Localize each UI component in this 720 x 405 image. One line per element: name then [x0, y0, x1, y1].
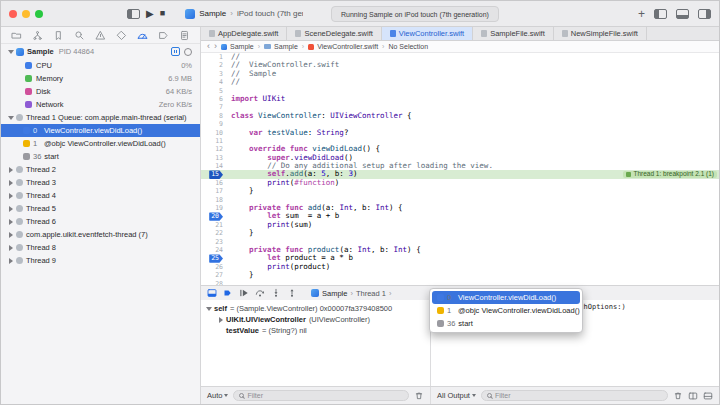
source-editor[interactable]: 1//2// ViewController.swift3// Sample4//…: [201, 53, 719, 285]
thread-icon: [16, 166, 23, 173]
debug-navigator-icon[interactable]: [137, 30, 148, 41]
forward-icon[interactable]: ›: [214, 42, 217, 51]
stack-frame-row[interactable]: 0ViewController.viewDidLoad(): [1, 124, 200, 137]
step-into-icon[interactable]: [271, 288, 281, 298]
toggle-debug-area-icon[interactable]: [676, 9, 689, 19]
breakpoint-hit-annotation[interactable]: Thread 1: breakpoint 2.1 (1): [623, 171, 717, 178]
console-filter-input[interactable]: [495, 392, 662, 399]
console-filter-field[interactable]: [481, 390, 668, 401]
thread-row[interactable]: com.apple.uikit.eventfetch-thread (7): [1, 228, 200, 241]
stack-frame-row[interactable]: 1@objc ViewController.viewDidLoad(): [1, 137, 200, 150]
thread-row[interactable]: Thread 2: [1, 163, 200, 176]
issue-navigator-icon[interactable]: [95, 30, 106, 41]
frame-index: 1: [33, 139, 41, 148]
disclosure-icon[interactable]: [9, 232, 13, 238]
variables-view[interactable]: self= (Sample.ViewController) 0x00007fa3…: [201, 300, 431, 386]
toggle-left-panel-icon[interactable]: [654, 9, 667, 19]
popup-frame-item[interactable]: 1@objc ViewController.viewDidLoad(): [432, 304, 580, 317]
continue-execution-icon[interactable]: [239, 288, 249, 298]
disclosure-icon[interactable]: [8, 116, 14, 120]
disclosure-icon[interactable]: [9, 258, 13, 264]
debug-jump-bar[interactable]: Sample › Thread 1 ›: [311, 289, 391, 298]
variables-scope-menu[interactable]: Auto: [207, 391, 228, 400]
thread-row[interactable]: Thread 3: [1, 176, 200, 189]
hide-debug-area-icon[interactable]: [207, 288, 217, 298]
gauge-row-cpu[interactable]: CPU0%: [1, 59, 200, 72]
run-button[interactable]: ▶: [146, 9, 154, 19]
zoom-window-icon[interactable]: [35, 10, 43, 18]
find-navigator-icon[interactable]: [74, 30, 85, 41]
popup-frame-item[interactable]: 0ViewController.viewDidLoad(): [432, 291, 580, 304]
variable-row[interactable]: self= (Sample.ViewController) 0x00007fa3…: [205, 303, 426, 314]
show-variables-pane-icon[interactable]: [688, 391, 698, 401]
breakpoint-marker[interactable]: 20: [209, 212, 223, 220]
code-line: 26 print(product): [201, 263, 719, 271]
clear-variables-icon[interactable]: [414, 391, 424, 401]
gauge-row-disk[interactable]: Disk64 KB/s: [1, 85, 200, 98]
minimize-window-icon[interactable]: [22, 10, 30, 18]
breakpoints-toggle-icon[interactable]: [223, 288, 233, 298]
source-control-navigator-icon[interactable]: [32, 30, 43, 41]
variable-row[interactable]: testValue= (String?) nil: [205, 325, 426, 336]
activity-status[interactable]: Running Sample on iPod touch (7th genera…: [331, 6, 499, 22]
breakpoint-marker[interactable]: 15: [209, 170, 223, 178]
show-console-pane-icon[interactable]: [703, 391, 713, 401]
disclosure-icon[interactable]: [9, 167, 13, 173]
thread-row[interactable]: Thread 1 Queue: com.apple.main-thread (s…: [1, 111, 200, 124]
tab-NewSimpleFile.swift[interactable]: NewSimpleFile.swift: [554, 27, 647, 40]
popup-frame-item[interactable]: 36start: [432, 317, 580, 330]
tab-ViewController.swift[interactable]: ViewController.swift: [382, 27, 473, 40]
scheme-selector[interactable]: Sample › iPod touch (7th generation): [185, 9, 303, 19]
breadcrumb-item[interactable]: Sample: [221, 43, 254, 50]
thread-row[interactable]: Thread 4: [1, 189, 200, 202]
pause-process-icon[interactable]: [171, 47, 180, 56]
step-out-icon[interactable]: [287, 288, 297, 298]
variables-filter-input[interactable]: [247, 392, 403, 399]
disclosure-icon[interactable]: [9, 206, 13, 212]
disclosure-icon[interactable]: [9, 245, 13, 251]
thread-row[interactable]: Thread 8: [1, 241, 200, 254]
stack-frame-row[interactable]: 36start: [1, 150, 200, 163]
thread-row[interactable]: Thread 6: [1, 215, 200, 228]
stop-button[interactable]: ■: [160, 9, 165, 18]
library-plus-icon[interactable]: +: [638, 8, 645, 20]
disclosure-icon[interactable]: [9, 180, 13, 186]
process-options-icon[interactable]: [184, 48, 192, 56]
step-over-icon[interactable]: [255, 288, 265, 298]
gauge-row-network[interactable]: NetworkZero KB/s: [1, 98, 200, 111]
disclosure-icon[interactable]: [206, 307, 212, 311]
breadcrumb-item[interactable]: Sample: [264, 43, 298, 50]
tab-AppDelegate.swift[interactable]: AppDelegate.swift: [201, 27, 287, 40]
process-row[interactable]: Sample PID 44864: [1, 44, 200, 59]
console-scope-menu[interactable]: All Output: [437, 391, 476, 400]
gauge-row-memory[interactable]: Memory6.9 MB: [1, 72, 200, 85]
test-navigator-icon[interactable]: [116, 30, 127, 41]
close-window-icon[interactable]: [9, 10, 17, 18]
file-icon: [295, 30, 301, 37]
scope-label: Auto: [207, 391, 222, 400]
disclosure-icon[interactable]: [219, 317, 223, 323]
variables-filter-field[interactable]: [233, 390, 409, 401]
report-navigator-icon[interactable]: [179, 30, 190, 41]
disclosure-icon[interactable]: [8, 50, 14, 54]
breakpoint-navigator-icon[interactable]: [158, 30, 169, 41]
breadcrumb-item[interactable]: No Selection: [388, 43, 428, 50]
frame-index: 1: [447, 306, 455, 315]
variable-row[interactable]: UIKit.UIViewController(UIViewController): [205, 314, 426, 325]
breakpoint-marker[interactable]: 25: [209, 254, 223, 262]
disclosure-icon[interactable]: [9, 193, 13, 199]
thread-row[interactable]: Thread 5: [1, 202, 200, 215]
clear-console-icon[interactable]: [673, 391, 683, 401]
tab-SampleFile.swift[interactable]: SampleFile.swift: [473, 27, 554, 40]
disclosure-icon[interactable]: [9, 219, 13, 225]
tab-SceneDelegate.swift[interactable]: SceneDelegate.swift: [287, 27, 381, 40]
symbol-navigator-icon[interactable]: [53, 30, 64, 41]
back-icon[interactable]: ‹: [207, 42, 210, 51]
toggle-inspector-icon[interactable]: [698, 9, 711, 19]
breadcrumb-item[interactable]: ViewController.swift: [308, 43, 378, 50]
toggle-navigator-icon[interactable]: [127, 9, 140, 19]
project-navigator-icon[interactable]: [11, 30, 22, 41]
thread-label: Thread 6: [26, 217, 56, 226]
frame-system-icon: [23, 153, 30, 160]
thread-row[interactable]: Thread 9: [1, 254, 200, 267]
